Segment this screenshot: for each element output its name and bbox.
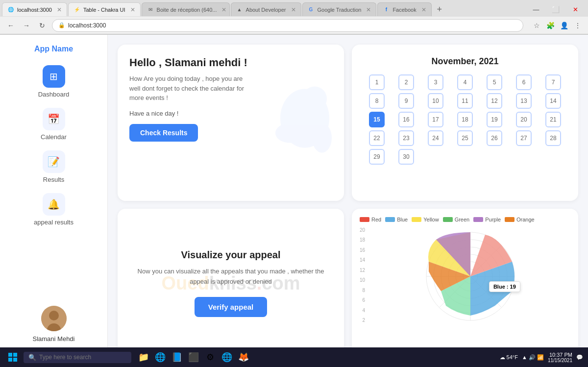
tab-chakra[interactable]: ⚡ Table - Chakra UI ✕ [68,2,141,16]
start-button[interactable] [5,349,21,365]
appeal-card: Ouedkniss.com Visualize your appeal Now … [118,209,344,358]
taskbar-app-vscode[interactable]: 📘 [170,350,184,365]
calendar-day[interactable]: 21 [545,112,561,127]
dashboard-label: Dashboard [38,91,70,98]
chart-y-axis: 2018161412108642 [360,227,365,325]
calendar-day[interactable]: 30 [398,149,414,165]
tab-facebook[interactable]: f Facebook ✕ [377,2,431,16]
check-results-button[interactable]: Check Results [129,124,198,142]
legend-label: Green [455,217,470,222]
calendar-icon-wrap: 📅 [43,108,65,130]
tab-close-3[interactable]: ✕ [221,6,226,13]
calendar-day[interactable]: 8 [369,93,385,109]
calendar-day[interactable]: 22 [369,130,385,146]
tab-label-2: Table - Chakra UI [83,7,125,13]
taskbar-apps: 📁 🌐 📘 ⬛ ⚙ 🌐 🦊 [136,350,251,365]
dashboard-icon-wrap: ⊞ [43,65,65,88]
appeal-title: Visualize your appeal [129,249,332,261]
legend-color [473,217,483,222]
url-input[interactable]: 🔒 localhost:3000 [52,19,523,32]
calendar-day[interactable]: 18 [457,112,473,127]
forward-button[interactable]: → [21,20,32,31]
tab-close-4[interactable]: ✕ [291,6,296,13]
tab-developer[interactable]: ▲ About Developer ✕ [231,2,301,16]
tab-active[interactable]: 🌐 localhost:3000 ✕ [2,2,67,16]
calendar-day[interactable]: 13 [516,93,532,109]
calendar-day[interactable]: 6 [516,74,532,90]
tab-close-5[interactable]: ✕ [366,6,371,13]
tab-close-btn[interactable]: ✕ [57,6,62,13]
calendar-day[interactable]: 9 [398,93,414,109]
profile-icon[interactable]: 👤 [559,20,569,31]
sidebar-item-calendar[interactable]: 📅 Calendar [0,108,107,141]
tab-favicon-5: G [308,6,315,13]
notification-icon[interactable]: 💬 [576,354,583,361]
radar-chart [421,227,519,325]
calendar-day[interactable]: 4 [457,74,473,90]
taskbar-app-firefox[interactable]: 🦊 [236,350,251,365]
y-axis-label: 2 [360,318,365,323]
calendar-day[interactable]: 1 [369,74,385,90]
taskbar-search[interactable]: 🔍 [24,352,131,363]
calendar-day[interactable]: 25 [457,130,473,146]
tab-close-2[interactable]: ✕ [130,6,135,13]
tab-label-6: Facebook [392,7,416,13]
calendar-day[interactable]: 24 [428,130,443,146]
calendar-day[interactable]: 20 [516,112,532,127]
calendar-day[interactable]: 28 [545,130,561,146]
calendar-day[interactable]: 17 [428,112,443,127]
url-text: localhost:3000 [68,22,106,29]
verify-appeal-button[interactable]: Verify appeal [195,297,268,317]
calendar-day[interactable]: 26 [487,130,502,146]
taskbar-app-settings[interactable]: ⚙ [203,350,218,365]
calendar-day[interactable]: 14 [545,93,561,109]
radar-container: Blue : 19 [370,227,570,325]
calendar-day[interactable]: 2 [398,74,414,90]
taskbar-search-input[interactable] [39,354,118,361]
tab-close-6[interactable]: ✕ [421,6,426,13]
taskbar-system: ☁ 54°F ▲ 🔊 📶 10:37 PM 11/15/2021 💬 [500,352,583,363]
y-axis-label: 14 [360,257,365,263]
y-axis-label: 4 [360,308,365,313]
calendar-day[interactable]: 23 [398,130,414,146]
legend-label: Purple [485,217,501,222]
more-menu-icon[interactable]: ⋮ [572,20,583,31]
legend-item: Orange [505,217,535,222]
legend-label: Orange [516,217,535,222]
taskbar-app-chrome[interactable]: 🌐 [220,350,234,365]
legend-color [385,217,395,222]
calendar-day[interactable]: 19 [487,112,502,127]
taskbar: 🔍 📁 🌐 📘 ⬛ ⚙ 🌐 🦊 ☁ 54°F ▲ 🔊 📶 10:37 PM 11… [0,347,588,367]
maximize-button[interactable]: ⬜ [549,2,563,16]
calendar-day[interactable]: 15 [369,112,385,127]
sidebar-item-results[interactable]: 📝 Results [0,150,107,183]
reload-button[interactable]: ↻ [36,20,48,31]
close-button[interactable]: ✕ [568,2,582,16]
y-axis-label: 10 [360,277,365,283]
calendar-day[interactable]: 27 [516,130,532,146]
new-tab-button[interactable]: + [433,2,446,16]
taskbar-app-explorer[interactable]: 📁 [136,350,151,365]
legend-color [443,217,453,222]
back-button[interactable]: ← [5,20,17,31]
weather-icon: ☁ [500,354,505,361]
sidebar-item-dashboard[interactable]: ⊞ Dashboard [0,65,107,98]
extensions-icon[interactable]: 🧩 [545,20,556,31]
calendar-day[interactable]: 7 [545,74,561,90]
legend-color [505,217,514,222]
minimize-button[interactable]: — [529,2,543,16]
calendar-day[interactable]: 10 [428,93,443,109]
tab-translate[interactable]: G Google Traduction ✕ [302,2,377,16]
y-axis-label: 6 [360,297,365,303]
calendar-day[interactable]: 16 [398,112,414,127]
calendar-day[interactable]: 5 [487,74,502,90]
bookmark-icon[interactable]: ☆ [531,20,542,31]
tab-gmail[interactable]: ✉ Boite de réception (640... ✕ [142,2,230,16]
calendar-day[interactable]: 29 [369,149,385,165]
sidebar-item-appeal-results[interactable]: 🔔 appeal results [0,193,107,226]
calendar-day[interactable]: 3 [428,74,443,90]
taskbar-app-terminal[interactable]: ⬛ [186,350,201,365]
calendar-day[interactable]: 11 [457,93,473,109]
taskbar-app-edge[interactable]: 🌐 [153,350,168,365]
calendar-day[interactable]: 12 [487,93,502,109]
